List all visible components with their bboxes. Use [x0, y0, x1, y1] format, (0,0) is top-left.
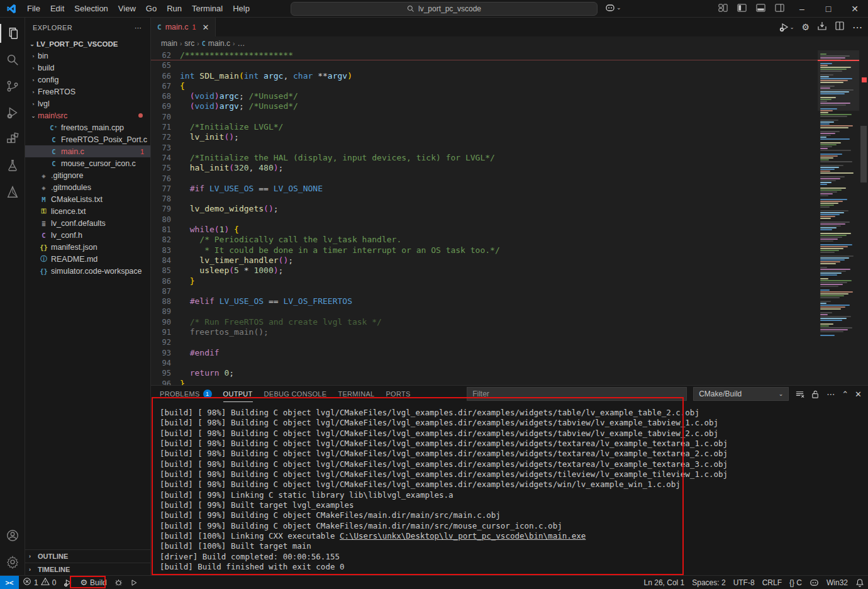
cursor-position[interactable]: Ln 26, Col 1 [640, 576, 689, 589]
menu-selection[interactable]: Selection [69, 0, 113, 18]
code-line-66[interactable]: 66int SDL_main(int argc, char **argv) [151, 71, 818, 81]
code-line-83[interactable]: 83 * It could be done in a timer interru… [151, 245, 818, 255]
cmake-build-button[interactable]: ⚙ Build [76, 576, 110, 589]
panel-tab-terminal[interactable]: TERMINAL [338, 386, 374, 402]
breadcrumb[interactable]: main›src›Cmain.c›… [151, 36, 868, 50]
menu-edit[interactable]: Edit [45, 0, 69, 18]
menu-terminal[interactable]: Terminal [187, 0, 228, 18]
copilot-menu[interactable]: ⌄ [605, 3, 621, 13]
tree-item-bin[interactable]: ›bin [25, 50, 150, 62]
output-filter-input[interactable] [467, 387, 687, 401]
breadcrumb-item[interactable]: main [161, 39, 177, 48]
code-line-80[interactable]: 80 [151, 215, 818, 225]
panel-tab-debug-console[interactable]: DEBUG CONSOLE [264, 386, 327, 402]
code-line-90[interactable]: 90 /* Run FreeRTOS and create lvgl task … [151, 317, 818, 327]
testing-icon[interactable] [0, 152, 25, 179]
extensions-icon[interactable] [0, 126, 25, 152]
split-editor-button[interactable] [835, 21, 845, 33]
tree-item-main-c[interactable]: Cmain.c1 [25, 145, 150, 157]
copilot-status-icon[interactable] [806, 576, 823, 589]
notifications-bell-icon[interactable] [852, 576, 868, 589]
close-panel-icon[interactable]: ✕ [855, 390, 862, 399]
code-line-95[interactable]: 95 return 0; [151, 368, 818, 378]
tree-item-build[interactable]: ›build [25, 62, 150, 74]
tree-item-lvgl[interactable]: ›lvgl [25, 98, 150, 109]
maximize-panel-icon[interactable]: ⌃ [842, 390, 849, 399]
section-outline[interactable]: ›OUTLINE [25, 550, 150, 563]
cmake-icon[interactable] [0, 179, 25, 205]
run-and-debug-icon[interactable] [0, 99, 25, 126]
more-actions-button[interactable]: ⋯ [852, 21, 863, 33]
output-file-link[interactable]: C:\Users\unkx\Desktop\lv_port_pc_vscode\… [340, 531, 586, 541]
close-button[interactable]: ✕ [842, 0, 868, 18]
tab-close-icon[interactable]: ✕ [203, 23, 209, 32]
tree-item-mouse-cursor-icon-c[interactable]: Cmouse_cursor_icon.c [25, 157, 150, 169]
code-line-89[interactable]: 89 [151, 306, 818, 317]
tree-item-simulator-code-workspace[interactable]: {}simulator.code-workspace [25, 265, 150, 277]
code-line-73[interactable]: 73 [151, 143, 818, 153]
more-actions-icon[interactable]: ⋯ [826, 390, 835, 399]
code-line-67[interactable]: 67{ [151, 81, 818, 91]
code-line-65[interactable]: 65 [151, 60, 818, 70]
code-editor[interactable]: 62/**********************6566int SDL_mai… [151, 50, 868, 385]
code-line-82[interactable]: 82 /* Periodically call the lv_task hand… [151, 235, 818, 245]
language-mode[interactable]: {} C [786, 576, 806, 589]
eol-status[interactable]: CRLF [759, 576, 786, 589]
code-line-78[interactable]: 78 [151, 194, 818, 204]
customize-layout-icon[interactable] [713, 3, 732, 15]
code-line-72[interactable]: 72 lv_init(); [151, 132, 818, 142]
tree-item-readme-md[interactable]: ⓘREADME.md [25, 253, 150, 265]
code-line-71[interactable]: 71 /*Initialize LVGL*/ [151, 122, 818, 132]
code-line-68[interactable]: 68 (void)argc; /*Unused*/ [151, 91, 818, 101]
code-line-75[interactable]: 75 hal_init(320, 480); [151, 163, 818, 173]
tree-item--gitmodules[interactable]: ◈.gitmodules [25, 181, 150, 193]
cmake-launch-icon[interactable] [60, 576, 76, 589]
more-actions-icon[interactable]: ⋯ [135, 24, 143, 32]
lock-icon[interactable] [811, 390, 820, 399]
tree-item-manifest-json[interactable]: {}manifest.json [25, 241, 150, 253]
remote-indicator[interactable]: >< [0, 576, 19, 589]
tree-root[interactable]: ⌄LV_PORT_PC_VSCODE [25, 38, 150, 50]
source-control-icon[interactable] [0, 73, 25, 99]
code-line-93[interactable]: 93 #endif [151, 348, 818, 358]
run-below-button[interactable] [817, 21, 827, 33]
code-line-84[interactable]: 84 lv_timer_handler(); [151, 255, 818, 266]
debug-target-icon[interactable] [111, 576, 126, 589]
panel-tab-problems[interactable]: PROBLEMS1 [160, 386, 212, 402]
code-line-86[interactable]: 86 } [151, 276, 818, 286]
run-or-debug-button[interactable]: ⌄ [779, 22, 794, 32]
account-icon[interactable] [0, 522, 25, 549]
breadcrumb-item[interactable]: src [184, 39, 194, 48]
editor-scrollbar[interactable] [859, 50, 868, 385]
command-center-search[interactable]: lv_port_pc_vscode [291, 2, 598, 16]
minimap[interactable] [818, 50, 859, 385]
platform-status[interactable]: Win32 [823, 576, 852, 589]
code-line-92[interactable]: 92 [151, 337, 818, 347]
tree-item-lv-conf-defaults[interactable]: ≣lv_conf.defaults [25, 217, 150, 229]
code-line-88[interactable]: 88 #elif LV_USE_OS == LV_OS_FREERTOS [151, 296, 818, 306]
tree-item-freertos[interactable]: ›FreeRTOS [25, 86, 150, 98]
tree-item--gitignore[interactable]: ◈.gitignore [25, 169, 150, 181]
tree-item-freertos-posix-port-c[interactable]: CFreeRTOS_Posix_Port.c [25, 133, 150, 145]
code-line-87[interactable]: 87 [151, 286, 818, 296]
gear-button[interactable]: ⚙ [801, 22, 810, 32]
code-line-81[interactable]: 81 while(1) { [151, 225, 818, 235]
menu-help[interactable]: Help [228, 0, 255, 18]
menu-view[interactable]: View [113, 0, 141, 18]
code-line-76[interactable]: 76 [151, 174, 818, 184]
minimize-button[interactable]: – [789, 0, 815, 18]
explorer-icon[interactable] [0, 20, 25, 47]
tree-item-config[interactable]: ›config [25, 74, 150, 86]
menu-go[interactable]: Go [141, 0, 162, 18]
tree-item-main-src[interactable]: ⌄main\src [25, 109, 150, 121]
code-line-94[interactable]: 94 [151, 358, 818, 368]
maximize-button[interactable]: □ [815, 0, 842, 18]
problems-status[interactable]: 1 0 [19, 576, 60, 589]
toggle-sidebar-icon[interactable] [732, 3, 751, 15]
menu-file[interactable]: File [22, 0, 45, 18]
code-line-85[interactable]: 85 usleep(5 * 1000); [151, 266, 818, 276]
code-line-96[interactable]: 96} [151, 379, 818, 386]
tree-item-licence-txt[interactable]: ⚿licence.txt [25, 205, 150, 217]
menu-run[interactable]: Run [162, 0, 187, 18]
code-line-77[interactable]: 77 #if LV_USE_OS == LV_OS_NONE [151, 184, 818, 194]
